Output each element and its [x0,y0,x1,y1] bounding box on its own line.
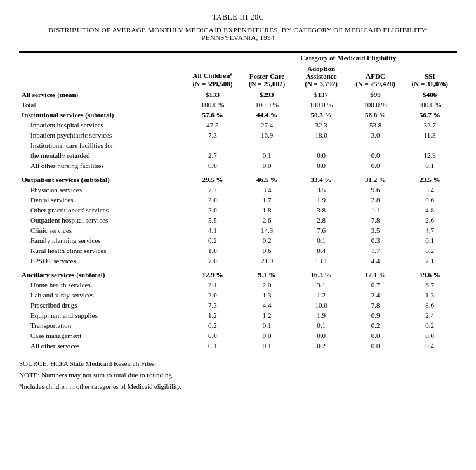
row-value: 3.8 [294,205,348,215]
row-value: 57.6 % [185,110,240,120]
row-value: 14.3 [240,225,294,235]
table-row: Case management0.00.00.00.00.0 [19,330,457,341]
row-label: Other practitioners' services [19,205,185,215]
table-row: Family planning services0.20.20.10.30.1 [19,235,457,245]
row-value: 0.0 [294,330,348,341]
table-row: Total100.0 %100.0 %100.0 %100.0 %100.0 % [19,100,457,110]
footer: SOURCE: HCFA State Medicaid Research Fil… [19,360,457,390]
row-value: 7.3 [185,130,240,140]
row-value: 7.6 [294,225,348,235]
row-value [348,140,403,150]
row-value: $293 [240,89,294,100]
col1-label: All Childrenᵃ (N = 599,508) [185,63,240,89]
row-value: 56.8 % [348,110,403,120]
row-value: 1.2 [185,310,240,320]
row-value: 12.9 % [185,266,240,280]
source-text: SOURCE: HCFA State Medicaid Research Fil… [19,360,457,367]
col3-label: Adoption Assistance (N = 3,792) [294,63,348,89]
row-value [240,140,294,150]
category-header: Category of Medicaid Eligibility [240,52,457,63]
row-value: 3.4 [240,185,294,195]
row-value: 4.1 [185,225,240,235]
row-label: Outpatient hospital services [19,215,185,225]
row-value: 0.2 [185,235,240,245]
row-value: 5.5 [185,215,240,225]
row-value: 4.8 [402,205,457,215]
row-label: All other services [19,341,185,351]
row-value: 0.7 [348,280,403,290]
row-value: 2.1 [185,280,240,290]
table-row: Inpatient psychiatric services7.316.918.… [19,130,457,140]
row-value: 0.2 [348,320,403,330]
table-title: TABLE III 20C [19,13,457,22]
row-label: Institutional care facilities for [19,140,185,150]
row-value: 2.6 [240,215,294,225]
row-value: 0.1 [240,341,294,351]
row-value: 0.1 [185,341,240,351]
row-label: Inpatient hospital services [19,120,185,130]
row-value: 0.0 [185,330,240,341]
row-value: 0.1 [240,320,294,330]
row-value: 1.9 [294,310,348,320]
row-value: 47.5 [185,120,240,130]
table-subtitle: DISTRIBUTION OF AVERAGE MONTHLY MEDICAID… [19,26,457,41]
table-row: Home health services2.12.03.10.76.7 [19,280,457,290]
row-value: 0.2 [402,245,457,256]
row-value: 0.4 [294,245,348,256]
row-value: 1.7 [240,195,294,205]
row-value: 16.3 % [294,266,348,280]
table-row: Outpatient hospital services5.52.62.87.8… [19,215,457,225]
row-value: 0.0 [348,341,403,351]
row-value: 53.8 [348,120,403,130]
row-label: Dental services [19,195,185,205]
row-value: 1.1 [348,205,403,215]
row-value: 0.0 [240,160,294,171]
row-value: 7.0 [185,256,240,266]
row-value: 2.4 [402,310,457,320]
row-value: 7.8 [348,215,403,225]
table-row: Rural health clinic services1.00.60.41.7… [19,245,457,256]
row-value: 6.7 [402,280,457,290]
table-row: All services (mean)$133$293$137$99$486 [19,89,457,100]
row-value: 0.0 [240,330,294,341]
row-value: 0.1 [294,320,348,330]
table-row: Dental services2.01.71.92.80.6 [19,195,457,205]
table-row: Institutional services (subtotal)57.6 %4… [19,110,457,120]
row-value: 2.8 [348,195,403,205]
row-value: 10.0 [294,300,348,310]
row-value: 16.9 [240,130,294,140]
row-value: 2.7 [185,150,240,160]
row-value: 100.0 % [240,100,294,110]
row-value: 0.6 [402,195,457,205]
row-value: 0.1 [402,235,457,245]
row-label: Family planning services [19,235,185,245]
row-value [185,140,240,150]
row-label: Physician services [19,185,185,195]
row-value: 4.4 [348,256,403,266]
table-row: Ancillary services (subtotal)12.9 %9.1 %… [19,266,457,280]
row-value: 0.0 [185,160,240,171]
row-label: Total [19,100,185,110]
row-value: 9.6 [348,185,403,195]
row-value: 3.5 [294,185,348,195]
row-value: 46.5 % [240,171,294,185]
row-value: $99 [348,89,403,100]
row-value: 0.1 [240,150,294,160]
row-value: 100.0 % [185,100,240,110]
row-value: 0.4 [402,341,457,351]
row-value: 7.3 [185,300,240,310]
row-label: Ancillary services (subtotal) [19,266,185,280]
col2-label: Foster Care (N = 25,002) [240,63,294,89]
row-value: 12.1 % [348,266,403,280]
row-label: Outpatient services (subtotal) [19,171,185,185]
table-row: Institutional care facilities for [19,140,457,150]
col5-label: SSI (N = 31,076) [402,63,457,89]
row-value: 2.0 [185,205,240,215]
table-row: Equipment and supplies1.21.21.90.92.4 [19,310,457,320]
row-label: All services (mean) [19,89,185,100]
row-value: 0.0 [294,150,348,160]
row-value: 23.5 % [402,171,457,185]
col4-label: AFDC (N = 259,428) [348,63,403,89]
table-row: Other practitioners' services2.01.83.81.… [19,205,457,215]
row-value: 2.0 [185,195,240,205]
